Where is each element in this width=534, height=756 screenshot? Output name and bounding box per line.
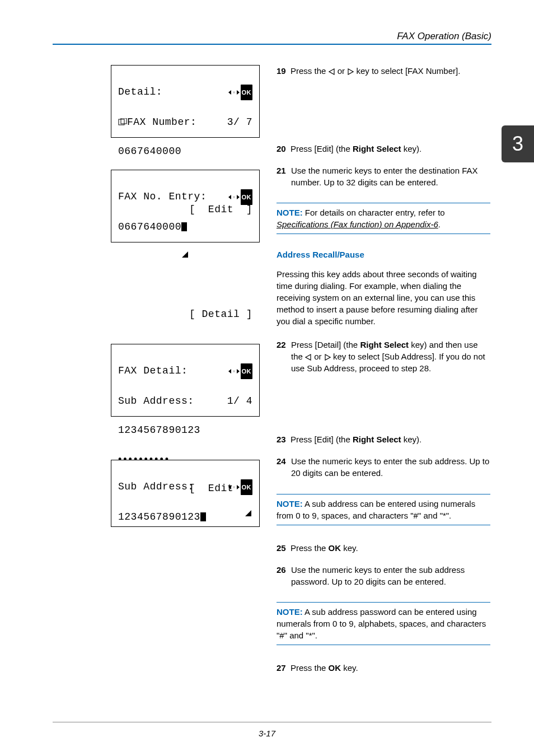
right-triangle-icon: [324, 354, 331, 361]
signal-icon: [245, 510, 252, 517]
note-block: NOTE: A sub address can be entered using…: [277, 494, 490, 525]
svg-marker-14: [306, 354, 311, 360]
step-text: Press the: [291, 66, 329, 76]
step-21: 21 Use the numeric keys to enter the des…: [277, 165, 490, 188]
note-text: For details on character entry, refer to: [303, 208, 445, 217]
svg-marker-10: [182, 251, 188, 258]
lcd-panel-subaddress: Sub Address: OK 1234567890123: [111, 460, 260, 527]
step-19: 19 Press the or key to select [FAX Numbe…: [277, 65, 490, 77]
left-triangle-icon: [329, 68, 335, 75]
note-label: NOTE:: [277, 607, 303, 617]
lcd-nav-ok: OK: [227, 479, 253, 495]
step-25: 25 Press the OK key.: [277, 542, 490, 554]
step-text: key).: [401, 144, 422, 153]
note-block: NOTE: A sub address password can be ente…: [277, 602, 490, 645]
step-number: 27: [277, 663, 286, 673]
svg-marker-5: [329, 69, 334, 74]
step-bold: Right Select: [353, 144, 401, 153]
svg-marker-18: [237, 485, 240, 489]
address-recall-section: Address Recall/Pause Pressing this key a…: [277, 249, 490, 327]
lcd-panel-faxno: FAX No. Entry: OK 0667640000 [ Detail ]: [111, 170, 260, 242]
lcd-text: 1234567890123: [118, 423, 252, 437]
lcd-text: 1234567890123: [118, 510, 206, 524]
step-text: Press [Detail] (the Right Select key) an…: [291, 339, 490, 374]
step-bold: OK: [329, 543, 341, 553]
svg-point-12: [233, 370, 235, 372]
lcd-text: FAX Detail:: [118, 363, 188, 379]
lcd-page: 3/ 7: [227, 115, 252, 129]
lcd-text: 0667640000: [118, 220, 252, 234]
svg-marker-0: [228, 90, 231, 95]
note-text: A sub address password can be entered us…: [277, 607, 486, 640]
svg-point-1: [233, 91, 235, 94]
svg-marker-13: [237, 369, 240, 374]
svg-marker-16: [228, 485, 231, 489]
svg-marker-15: [325, 354, 330, 360]
step-text: or: [335, 66, 348, 76]
note-link[interactable]: Specifications (Fax function) on Appendi…: [277, 220, 438, 229]
svg-point-17: [233, 486, 235, 488]
section-body: Pressing this key adds about three secon…: [277, 268, 490, 327]
step-22: 22 Press [Detail] (the Right Select key)…: [277, 339, 490, 374]
note-label: NOTE:: [277, 499, 303, 508]
svg-point-8: [233, 196, 235, 198]
step-text: key.: [341, 663, 358, 673]
svg-marker-6: [348, 69, 353, 74]
footer-rule: [53, 722, 491, 722]
step-number: 25: [277, 543, 286, 553]
lcd-text: Sub Address:: [118, 479, 194, 495]
lcd-text: 0667640000: [118, 144, 252, 158]
step-number: 22: [277, 339, 291, 374]
left-triangle-icon: [305, 354, 312, 361]
step-26: 26 Use the numeric keys to enter the sub…: [277, 564, 490, 587]
step-number: 24: [277, 455, 291, 479]
step-number: 26: [277, 564, 291, 587]
svg-marker-9: [237, 195, 240, 199]
lcd-panel-detail: Detail: OK FAX Number: 3/ 7 0667640000 […: [111, 65, 260, 138]
step-text: Press [Edit] (the: [291, 435, 353, 444]
step-23: 23 Press [Edit] (the Right Select key).: [277, 433, 490, 445]
chapter-tab: 3: [502, 125, 534, 162]
step-27: 27 Press the OK key.: [277, 662, 490, 674]
step-text: key to select [FAX Number].: [354, 66, 460, 76]
step-number: 19: [277, 66, 286, 76]
lcd-nav-ok: OK: [227, 189, 253, 205]
note-text: A sub address can be entered using numer…: [277, 499, 475, 520]
step-text: Press the: [291, 663, 329, 673]
note-text: .: [438, 220, 441, 229]
lcd-cursor: [181, 222, 187, 231]
note-block: NOTE: For details on character entry, re…: [277, 203, 490, 234]
lcd-text: FAX Number:: [118, 115, 196, 129]
svg-marker-11: [228, 369, 231, 374]
step-number: 21: [277, 165, 291, 188]
lcd-text: Detail:: [118, 85, 162, 100]
step-text: Use the numeric keys to enter the destin…: [291, 165, 490, 188]
right-triangle-icon: [347, 68, 354, 75]
step-text: Press the: [291, 543, 329, 553]
svg-marker-7: [228, 195, 231, 199]
section-heading: Address Recall/Pause: [277, 249, 490, 260]
step-text: Press [Edit] (the: [291, 144, 353, 153]
step-text: key).: [401, 435, 422, 444]
section-header: FAX Operation (Basic): [397, 31, 491, 42]
svg-marker-19: [245, 510, 251, 516]
step-number: 23: [277, 435, 286, 444]
lcd-nav-ok: OK: [227, 363, 253, 379]
header-rule: [53, 44, 491, 45]
lcd-page: 1/ 4: [227, 394, 252, 408]
step-text: Use the numeric keys to enter the sub ad…: [291, 455, 490, 479]
step-24: 24 Use the numeric keys to enter the sub…: [277, 455, 490, 479]
svg-marker-2: [237, 90, 240, 95]
step-bold: OK: [329, 663, 341, 673]
step-number: 20: [277, 144, 286, 153]
signal-icon: [181, 251, 189, 259]
lcd-softkey: [ Detail ]: [118, 307, 252, 321]
lcd-text: Sub Address:: [118, 394, 194, 408]
lcd-nav-ok: OK: [227, 85, 253, 100]
step-20: 20 Press [Edit] (the Right Select key).: [277, 143, 490, 155]
step-bold: Right Select: [353, 435, 401, 444]
lcd-cursor: [200, 512, 206, 521]
page-number: 3-17: [0, 729, 534, 738]
lcd-panel-faxdetail: FAX Detail: OK Sub Address: 1/ 4 1234567…: [111, 344, 260, 417]
note-label: NOTE:: [277, 208, 303, 217]
